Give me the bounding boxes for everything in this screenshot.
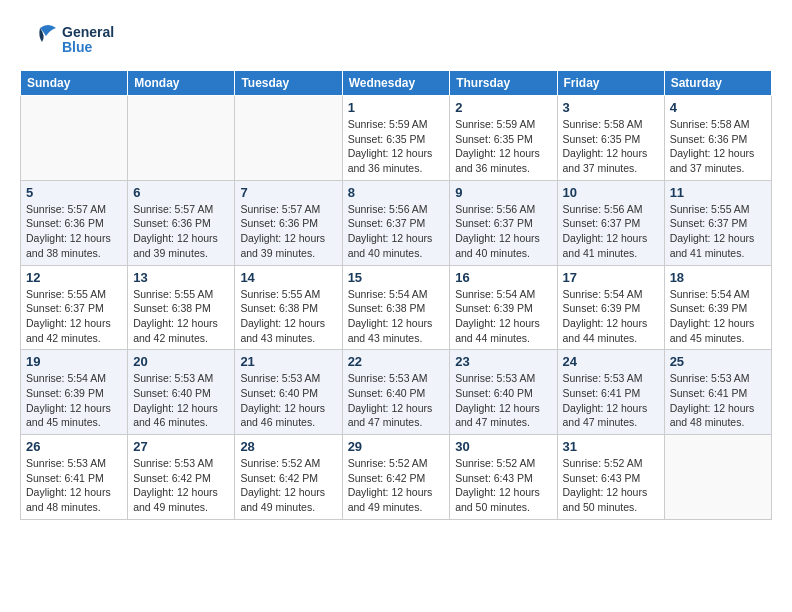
day-info: Sunrise: 5:53 AM Sunset: 6:41 PM Dayligh… bbox=[670, 371, 766, 430]
day-info: Sunrise: 5:54 AM Sunset: 6:39 PM Dayligh… bbox=[670, 287, 766, 346]
calendar-cell: 23Sunrise: 5:53 AM Sunset: 6:40 PM Dayli… bbox=[450, 350, 557, 435]
day-info: Sunrise: 5:56 AM Sunset: 6:37 PM Dayligh… bbox=[455, 202, 551, 261]
calendar-cell bbox=[21, 96, 128, 181]
day-info: Sunrise: 5:57 AM Sunset: 6:36 PM Dayligh… bbox=[26, 202, 122, 261]
day-info: Sunrise: 5:52 AM Sunset: 6:42 PM Dayligh… bbox=[240, 456, 336, 515]
calendar-table: SundayMondayTuesdayWednesdayThursdayFrid… bbox=[20, 70, 772, 520]
day-number: 16 bbox=[455, 270, 551, 285]
calendar-cell: 11Sunrise: 5:55 AM Sunset: 6:37 PM Dayli… bbox=[664, 180, 771, 265]
day-number: 28 bbox=[240, 439, 336, 454]
day-number: 13 bbox=[133, 270, 229, 285]
day-info: Sunrise: 5:55 AM Sunset: 6:37 PM Dayligh… bbox=[26, 287, 122, 346]
day-number: 4 bbox=[670, 100, 766, 115]
day-number: 2 bbox=[455, 100, 551, 115]
calendar-cell: 19Sunrise: 5:54 AM Sunset: 6:39 PM Dayli… bbox=[21, 350, 128, 435]
day-number: 5 bbox=[26, 185, 122, 200]
calendar-cell: 20Sunrise: 5:53 AM Sunset: 6:40 PM Dayli… bbox=[128, 350, 235, 435]
day-info: Sunrise: 5:57 AM Sunset: 6:36 PM Dayligh… bbox=[240, 202, 336, 261]
calendar-cell: 15Sunrise: 5:54 AM Sunset: 6:38 PM Dayli… bbox=[342, 265, 450, 350]
calendar-cell: 29Sunrise: 5:52 AM Sunset: 6:42 PM Dayli… bbox=[342, 435, 450, 520]
day-info: Sunrise: 5:56 AM Sunset: 6:37 PM Dayligh… bbox=[563, 202, 659, 261]
calendar-week-row: 19Sunrise: 5:54 AM Sunset: 6:39 PM Dayli… bbox=[21, 350, 772, 435]
calendar-cell: 27Sunrise: 5:53 AM Sunset: 6:42 PM Dayli… bbox=[128, 435, 235, 520]
day-number: 24 bbox=[563, 354, 659, 369]
logo-graphic: General Blue bbox=[20, 20, 114, 60]
weekday-header: Saturday bbox=[664, 71, 771, 96]
day-number: 7 bbox=[240, 185, 336, 200]
calendar-cell: 21Sunrise: 5:53 AM Sunset: 6:40 PM Dayli… bbox=[235, 350, 342, 435]
calendar-cell: 13Sunrise: 5:55 AM Sunset: 6:38 PM Dayli… bbox=[128, 265, 235, 350]
day-info: Sunrise: 5:54 AM Sunset: 6:38 PM Dayligh… bbox=[348, 287, 445, 346]
day-info: Sunrise: 5:53 AM Sunset: 6:42 PM Dayligh… bbox=[133, 456, 229, 515]
calendar-cell: 2Sunrise: 5:59 AM Sunset: 6:35 PM Daylig… bbox=[450, 96, 557, 181]
day-number: 29 bbox=[348, 439, 445, 454]
calendar-cell: 7Sunrise: 5:57 AM Sunset: 6:36 PM Daylig… bbox=[235, 180, 342, 265]
calendar-week-row: 12Sunrise: 5:55 AM Sunset: 6:37 PM Dayli… bbox=[21, 265, 772, 350]
calendar-cell bbox=[235, 96, 342, 181]
day-info: Sunrise: 5:57 AM Sunset: 6:36 PM Dayligh… bbox=[133, 202, 229, 261]
logo-general: General bbox=[62, 25, 114, 40]
calendar-cell: 3Sunrise: 5:58 AM Sunset: 6:35 PM Daylig… bbox=[557, 96, 664, 181]
calendar-cell: 25Sunrise: 5:53 AM Sunset: 6:41 PM Dayli… bbox=[664, 350, 771, 435]
calendar-cell: 16Sunrise: 5:54 AM Sunset: 6:39 PM Dayli… bbox=[450, 265, 557, 350]
day-number: 19 bbox=[26, 354, 122, 369]
day-number: 17 bbox=[563, 270, 659, 285]
day-number: 15 bbox=[348, 270, 445, 285]
day-info: Sunrise: 5:53 AM Sunset: 6:40 PM Dayligh… bbox=[240, 371, 336, 430]
logo-bird-icon bbox=[20, 20, 60, 60]
weekday-header: Sunday bbox=[21, 71, 128, 96]
day-info: Sunrise: 5:55 AM Sunset: 6:38 PM Dayligh… bbox=[240, 287, 336, 346]
day-number: 14 bbox=[240, 270, 336, 285]
day-number: 20 bbox=[133, 354, 229, 369]
weekday-header: Monday bbox=[128, 71, 235, 96]
day-info: Sunrise: 5:52 AM Sunset: 6:42 PM Dayligh… bbox=[348, 456, 445, 515]
day-number: 30 bbox=[455, 439, 551, 454]
calendar-week-row: 1Sunrise: 5:59 AM Sunset: 6:35 PM Daylig… bbox=[21, 96, 772, 181]
day-number: 31 bbox=[563, 439, 659, 454]
logo: General Blue bbox=[20, 20, 114, 60]
day-info: Sunrise: 5:52 AM Sunset: 6:43 PM Dayligh… bbox=[455, 456, 551, 515]
calendar-cell: 12Sunrise: 5:55 AM Sunset: 6:37 PM Dayli… bbox=[21, 265, 128, 350]
calendar-cell: 18Sunrise: 5:54 AM Sunset: 6:39 PM Dayli… bbox=[664, 265, 771, 350]
day-number: 12 bbox=[26, 270, 122, 285]
calendar-cell bbox=[128, 96, 235, 181]
day-info: Sunrise: 5:59 AM Sunset: 6:35 PM Dayligh… bbox=[348, 117, 445, 176]
day-info: Sunrise: 5:53 AM Sunset: 6:40 PM Dayligh… bbox=[348, 371, 445, 430]
calendar-cell: 10Sunrise: 5:56 AM Sunset: 6:37 PM Dayli… bbox=[557, 180, 664, 265]
day-number: 9 bbox=[455, 185, 551, 200]
weekday-header: Thursday bbox=[450, 71, 557, 96]
calendar-cell: 14Sunrise: 5:55 AM Sunset: 6:38 PM Dayli… bbox=[235, 265, 342, 350]
calendar-cell: 26Sunrise: 5:53 AM Sunset: 6:41 PM Dayli… bbox=[21, 435, 128, 520]
day-number: 25 bbox=[670, 354, 766, 369]
day-info: Sunrise: 5:54 AM Sunset: 6:39 PM Dayligh… bbox=[563, 287, 659, 346]
day-info: Sunrise: 5:55 AM Sunset: 6:37 PM Dayligh… bbox=[670, 202, 766, 261]
calendar-cell bbox=[664, 435, 771, 520]
calendar-cell: 1Sunrise: 5:59 AM Sunset: 6:35 PM Daylig… bbox=[342, 96, 450, 181]
calendar-week-row: 26Sunrise: 5:53 AM Sunset: 6:41 PM Dayli… bbox=[21, 435, 772, 520]
day-info: Sunrise: 5:53 AM Sunset: 6:41 PM Dayligh… bbox=[26, 456, 122, 515]
day-info: Sunrise: 5:54 AM Sunset: 6:39 PM Dayligh… bbox=[455, 287, 551, 346]
page-header: General Blue bbox=[20, 20, 772, 60]
day-info: Sunrise: 5:58 AM Sunset: 6:36 PM Dayligh… bbox=[670, 117, 766, 176]
day-number: 1 bbox=[348, 100, 445, 115]
weekday-header-row: SundayMondayTuesdayWednesdayThursdayFrid… bbox=[21, 71, 772, 96]
day-number: 27 bbox=[133, 439, 229, 454]
day-info: Sunrise: 5:54 AM Sunset: 6:39 PM Dayligh… bbox=[26, 371, 122, 430]
day-number: 10 bbox=[563, 185, 659, 200]
logo-blue: Blue bbox=[62, 40, 114, 55]
day-info: Sunrise: 5:53 AM Sunset: 6:40 PM Dayligh… bbox=[133, 371, 229, 430]
day-number: 26 bbox=[26, 439, 122, 454]
day-info: Sunrise: 5:53 AM Sunset: 6:40 PM Dayligh… bbox=[455, 371, 551, 430]
day-number: 21 bbox=[240, 354, 336, 369]
day-number: 6 bbox=[133, 185, 229, 200]
calendar-cell: 30Sunrise: 5:52 AM Sunset: 6:43 PM Dayli… bbox=[450, 435, 557, 520]
calendar-cell: 6Sunrise: 5:57 AM Sunset: 6:36 PM Daylig… bbox=[128, 180, 235, 265]
day-info: Sunrise: 5:59 AM Sunset: 6:35 PM Dayligh… bbox=[455, 117, 551, 176]
calendar-week-row: 5Sunrise: 5:57 AM Sunset: 6:36 PM Daylig… bbox=[21, 180, 772, 265]
day-number: 8 bbox=[348, 185, 445, 200]
calendar-cell: 9Sunrise: 5:56 AM Sunset: 6:37 PM Daylig… bbox=[450, 180, 557, 265]
day-info: Sunrise: 5:55 AM Sunset: 6:38 PM Dayligh… bbox=[133, 287, 229, 346]
weekday-header: Tuesday bbox=[235, 71, 342, 96]
day-info: Sunrise: 5:53 AM Sunset: 6:41 PM Dayligh… bbox=[563, 371, 659, 430]
weekday-header: Friday bbox=[557, 71, 664, 96]
